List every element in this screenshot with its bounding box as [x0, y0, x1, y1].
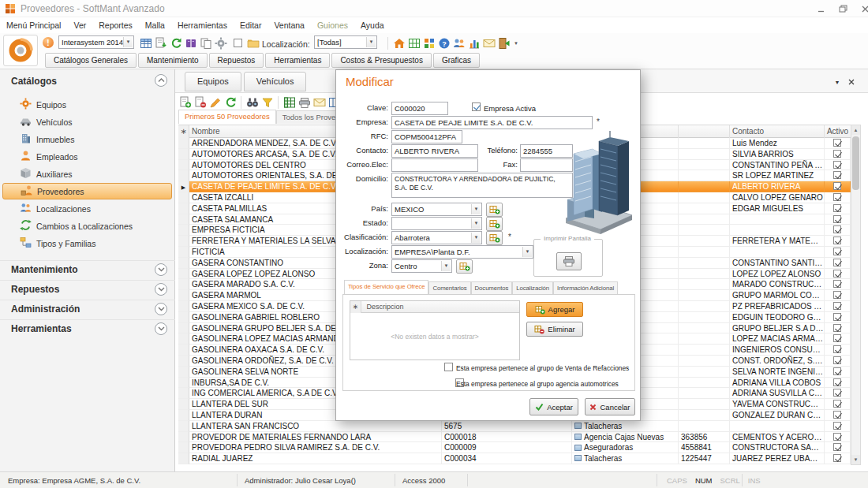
chevron-down-icon[interactable] — [471, 233, 481, 243]
correo-field[interactable] — [391, 158, 478, 172]
contacto-field[interactable]: ALBERTO RIVERA — [391, 144, 478, 158]
sidebar-item-equipos[interactable]: Equipos — [2, 96, 172, 113]
cell-activo[interactable] — [825, 442, 851, 453]
activo-checkbox[interactable] — [833, 356, 841, 364]
menu-item[interactable]: Ventana — [274, 20, 305, 30]
chevron-down-icon[interactable] — [155, 263, 167, 276]
chevron-down-icon[interactable] — [366, 37, 376, 47]
close-button[interactable] — [855, 2, 868, 15]
chevron-down-icon[interactable] — [123, 37, 133, 47]
delete-record-icon[interactable] — [193, 96, 207, 110]
estado-select[interactable] — [391, 217, 482, 230]
venta-refacciones-checkbox[interactable] — [444, 363, 453, 371]
export-excel-icon[interactable] — [282, 96, 296, 110]
localizacion-select[interactable]: [Todas] — [314, 35, 377, 49]
ribbon-tab[interactable]: Repuestos — [209, 53, 264, 68]
cell-activo[interactable] — [825, 181, 851, 192]
sidebar-section-repuestos[interactable]: Repuestos — [0, 280, 175, 297]
mail-grid-icon[interactable] — [312, 96, 326, 110]
toolbar-checkbox[interactable] — [234, 39, 242, 47]
ribbon-tab[interactable]: Graficas — [433, 53, 480, 68]
cell-activo[interactable] — [825, 432, 851, 443]
cell-activo[interactable] — [825, 290, 851, 301]
service-tab[interactable]: Documentos — [471, 281, 513, 294]
chevron-down-icon[interactable] — [441, 261, 451, 271]
cell-activo[interactable] — [825, 421, 851, 432]
scroll-down-icon[interactable]: ▼ — [851, 455, 860, 464]
svc-header-descripcion[interactable]: Descripcion — [364, 303, 404, 311]
activo-checkbox[interactable] — [833, 422, 841, 430]
header-indicator[interactable]: ∗ — [178, 125, 189, 138]
service-tab[interactable]: Información Adicional — [553, 281, 618, 294]
export-icon[interactable] — [154, 36, 167, 50]
sidebar-item-localizaciones[interactable]: Localizaciones — [2, 200, 172, 217]
activo-checkbox[interactable] — [833, 345, 841, 353]
chevron-down-icon[interactable] — [471, 218, 481, 229]
document-tab[interactable]: Vehículos — [244, 72, 307, 91]
alert-icon[interactable]: ! — [43, 37, 54, 48]
activo-checkbox[interactable] — [833, 150, 841, 158]
scroll-up-icon[interactable]: ▲ — [851, 125, 860, 135]
refresh-icon[interactable] — [169, 36, 182, 50]
activo-checkbox[interactable] — [833, 225, 841, 233]
cell-activo[interactable] — [825, 279, 851, 290]
header-activo[interactable]: Activo — [825, 125, 851, 138]
edit-record-icon[interactable] — [208, 96, 222, 110]
ribbon-tab[interactable]: Mantenimiento — [138, 53, 208, 68]
activo-checkbox[interactable] — [833, 182, 841, 190]
sidebar-item-inmuebles[interactable]: Inmuebles — [2, 131, 172, 147]
menu-item[interactable]: Malla — [145, 20, 165, 30]
chevron-down-icon[interactable] — [155, 283, 167, 296]
activo-checkbox[interactable] — [833, 215, 841, 223]
search-binoculars-icon[interactable] — [245, 96, 259, 110]
chevron-down-icon[interactable] — [155, 303, 167, 315]
activo-checkbox[interactable] — [833, 280, 841, 288]
cell-activo[interactable] — [825, 214, 851, 225]
gear-icon[interactable] — [214, 36, 227, 50]
home-icon[interactable] — [392, 36, 406, 50]
header-telefono[interactable] — [679, 125, 730, 138]
cell-activo[interactable] — [825, 388, 851, 399]
cell-activo[interactable] — [825, 399, 851, 410]
cell-activo[interactable] — [825, 160, 851, 171]
add-clasificacion-button[interactable] — [486, 231, 503, 245]
activo-checkbox[interactable] — [833, 270, 841, 278]
service-tab[interactable]: Localización — [512, 281, 553, 294]
sidebar-item-auxiliares[interactable]: Auxiliares — [2, 166, 172, 182]
sidebar-section-administracion[interactable]: Administración — [0, 300, 175, 317]
help-icon[interactable]: ? — [437, 36, 451, 50]
activo-checkbox[interactable] — [833, 161, 841, 169]
copy-icon[interactable] — [199, 36, 212, 50]
document-tab[interactable]: Equipos — [185, 72, 241, 91]
cell-activo[interactable] — [825, 236, 851, 247]
eliminar-button[interactable]: Eliminar — [526, 322, 583, 337]
cell-activo[interactable] — [825, 258, 851, 269]
sidebar-section-catalogos[interactable]: Catálogos — [0, 71, 175, 91]
menu-item[interactable]: Menú Principal — [6, 20, 61, 30]
cell-activo[interactable] — [825, 378, 851, 389]
menu-item[interactable]: Editar — [240, 20, 261, 30]
localizacion-select[interactable]: EMPRESA\Planta D.F. — [391, 245, 533, 259]
activo-checkbox[interactable] — [833, 411, 841, 419]
cell-activo[interactable] — [825, 170, 851, 181]
activo-checkbox[interactable] — [833, 171, 841, 179]
table-row[interactable]: RADIAL JUAREZ C000034 Talacheras 1225447… — [178, 453, 851, 464]
add-zona-button[interactable] — [456, 259, 473, 274]
sidebar-section-mantenimiento[interactable]: Mantenimiento — [0, 260, 175, 278]
sidebar-item-proveedores[interactable]: Proveedores — [2, 183, 172, 199]
table-icon[interactable] — [139, 36, 152, 50]
sidebar-item-tipos-familias[interactable]: Tipos y Familias — [2, 235, 172, 251]
apps-icon[interactable] — [422, 36, 436, 50]
service-tab[interactable]: Comentarios — [428, 281, 470, 294]
cell-activo[interactable] — [825, 247, 851, 258]
chevron-down-icon[interactable] — [155, 322, 167, 335]
cancelar-button[interactable]: Cancelar — [585, 398, 635, 415]
header-contacto[interactable]: Contacto — [730, 125, 825, 138]
cell-activo[interactable] — [825, 410, 851, 421]
cell-activo[interactable] — [825, 203, 851, 214]
activo-checkbox[interactable] — [833, 259, 841, 266]
activo-checkbox[interactable] — [833, 443, 841, 451]
sidebar-item-cambios-localizaciones[interactable]: Cambios a Localizaciones — [2, 218, 172, 234]
activo-checkbox[interactable] — [833, 400, 841, 408]
cell-activo[interactable] — [825, 333, 851, 345]
